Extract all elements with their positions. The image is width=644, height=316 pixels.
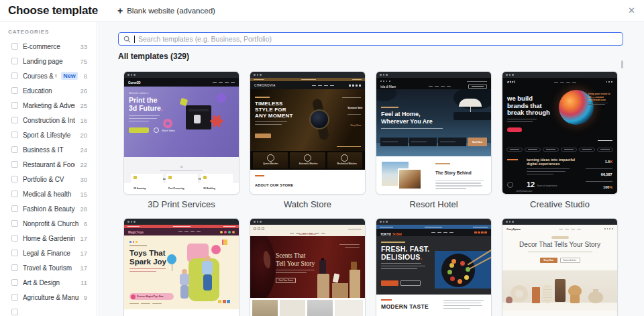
placeholder-lines — [527, 168, 570, 176]
nav-links — [250, 233, 365, 233]
checkbox[interactable] — [11, 146, 18, 153]
template-preview[interactable]: - Jardin Obscur - Scents ThatTell Your S… — [250, 218, 366, 316]
close-icon[interactable]: ✕ — [628, 6, 635, 15]
checkbox[interactable] — [11, 235, 18, 242]
vase — [543, 284, 552, 303]
sidebar-item-nonprofit-church[interactable]: Nonprofit & Church6 — [0, 216, 97, 231]
red-star-shape — [210, 115, 223, 128]
nav-links — [429, 86, 451, 87]
vase — [506, 297, 513, 303]
promo-title: Summer Sale — [347, 107, 362, 109]
template-preview[interactable]: Curve3D Welcome and let's... Print the 3… — [123, 71, 239, 195]
sidebar-item-courses-coaching[interactable]: Courses & CoachingNew8 — [0, 68, 97, 83]
checkbox[interactable] — [11, 58, 18, 64]
preview-hero: we buildbrands thatbreak through bring y… — [502, 86, 617, 145]
checkbox[interactable] — [11, 294, 18, 301]
preview-nav: Curve3D — [124, 78, 239, 87]
sidebar-item-agriculture[interactable]: Agriculture & Manufacturing9 — [0, 290, 97, 305]
sidebar-item-ecommerce[interactable]: E-commerce33 — [0, 39, 97, 54]
sidebar-item-fashion-beauty[interactable]: Fashion & Beauty28 — [0, 201, 97, 216]
template-card-resort-hotel[interactable]: Isla di Mare — [376, 71, 492, 213]
umbrella-shape — [459, 99, 482, 107]
email-label: ctrl@email.com — [516, 190, 532, 193]
hero-heading: Toys ThatSpark Joy — [129, 249, 166, 266]
toy-blocks — [218, 300, 230, 303]
play-icon — [154, 127, 159, 133]
checkbox[interactable] — [11, 102, 18, 109]
checkbox[interactable] — [11, 309, 18, 315]
checkbox[interactable] — [11, 117, 18, 123]
sidebar-item-art-design[interactable]: Art & Design11 — [0, 275, 97, 290]
preview-nav: CHRONOVIA — [250, 81, 365, 89]
template-preview[interactable]: CozySpace Decor That Tells Your Story Sh… — [502, 218, 618, 316]
vases-image — [502, 270, 617, 311]
checkbox[interactable] — [11, 72, 18, 79]
secondary-button — [400, 280, 421, 286]
sidebar-item-education[interactable]: Education26 — [0, 83, 97, 98]
checkbox[interactable] — [11, 279, 18, 286]
browser-bar — [502, 219, 617, 225]
plus-icon: + — [117, 6, 123, 15]
pedestal — [350, 270, 360, 298]
sidebar-item-partial[interactable] — [0, 305, 97, 316]
sidebar-item-home-gardening[interactable]: Home & Gardening17 — [0, 231, 97, 246]
hero-heading: we buildbrands thatbreak through — [507, 95, 550, 117]
social-icons — [380, 81, 390, 82]
sidebar-item-portfolio-cv[interactable]: Portfolio & CV30 — [0, 172, 97, 187]
template-card-decor[interactable]: CozySpace Decor That Tells Your Story Sh… — [502, 218, 618, 316]
placeholder-lines — [129, 115, 160, 123]
sushi-platter — [441, 254, 475, 287]
template-preview[interactable]: Isla di Mare — [376, 71, 492, 195]
checkbox[interactable] — [11, 264, 18, 271]
template-preview[interactable]: ctrl we buildbrands thatbreak through — [502, 71, 618, 195]
sidebar-item-business-it[interactable]: Business & IT24 — [0, 142, 97, 157]
sidebar-item-landing-page[interactable]: Landing page75 — [0, 54, 97, 68]
template-card-sushi[interactable]: TOKYOSUSHI FRESH. FAST. DELISIOUS. — [376, 218, 492, 316]
section-heading: turning ideas into impactfuldigital expe… — [527, 158, 577, 166]
placeholder-lines — [255, 121, 287, 127]
template-card-watch-store[interactable]: CHRONOVIA TIMELESSSTYLE FORANY MOMENT — [250, 71, 366, 213]
placeholder-lines — [507, 119, 537, 124]
social-icons — [474, 231, 487, 234]
brand-logo: TOKYO — [380, 232, 391, 235]
template-card-toys[interactable]: MagicToys Toys ThatSpark Joy Discover M — [123, 218, 239, 316]
template-card-creative-studio[interactable]: ctrl we buildbrands thatbreak through — [502, 71, 618, 213]
checkbox[interactable] — [11, 176, 18, 182]
sidebar-item-marketing[interactable]: Marketing & Advertising25 — [0, 98, 97, 113]
nav-links — [312, 85, 334, 86]
sidebar-item-medical-health[interactable]: Medical & health15 — [0, 187, 97, 201]
checkbox[interactable] — [11, 250, 18, 256]
scrollbar-thumb[interactable] — [621, 60, 623, 68]
blank-website-button[interactable]: + Blank website (advanced) — [117, 0, 215, 21]
sidebar-item-legal-finance[interactable]: Legal & Finance17 — [0, 246, 97, 260]
social-icons — [604, 228, 613, 229]
gift-icon — [222, 240, 227, 245]
checkbox[interactable] — [11, 87, 18, 94]
vase — [511, 285, 528, 303]
preview-services-section: 01 We Deliver the Best Services in 3D Se… — [124, 157, 239, 183]
vase — [588, 291, 603, 303]
search-input[interactable] — [138, 35, 618, 43]
search-bar[interactable] — [118, 32, 623, 46]
sidebar-item-sport-lifestyle[interactable]: Sport & Lifestyle20 — [0, 127, 97, 142]
checkbox[interactable] — [11, 161, 18, 168]
sidebar-item-travel-tourism[interactable]: Travel & Tourism17 — [0, 260, 97, 275]
sidebar-item-construction[interactable]: Construction & Interior16 — [0, 113, 97, 127]
template-preview[interactable]: CHRONOVIA TIMELESSSTYLE FORANY MOMENT — [250, 71, 366, 195]
sidebar-item-restaurant-food[interactable]: Restaurant & Food22 — [0, 157, 97, 172]
checkbox[interactable] — [11, 191, 18, 197]
template-card-3d-print[interactable]: Curve3D Welcome and let's... Print the 3… — [123, 71, 239, 213]
checkbox[interactable] — [11, 220, 18, 227]
preview-hero: TIMELESSSTYLE FORANY MOMENT Summer Sale … — [250, 89, 365, 151]
cta-button — [255, 134, 271, 138]
nav-links — [213, 82, 235, 83]
checkbox[interactable] — [11, 131, 18, 138]
checkbox[interactable] — [11, 43, 18, 50]
about-heading: ABOUT OUR STORE — [255, 183, 293, 187]
template-card-perfume[interactable]: - Jardin Obscur - Scents ThatTell Your S… — [250, 218, 366, 316]
template-preview[interactable]: MagicToys Toys ThatSpark Joy Discover M — [123, 218, 239, 316]
checkbox[interactable] — [11, 205, 18, 212]
template-preview[interactable]: TOKYOSUSHI FRESH. FAST. DELISIOUS. — [376, 218, 492, 316]
gallery-thumbs — [250, 298, 365, 316]
promo-column: Summer Sale Shop Now — [333, 97, 361, 129]
